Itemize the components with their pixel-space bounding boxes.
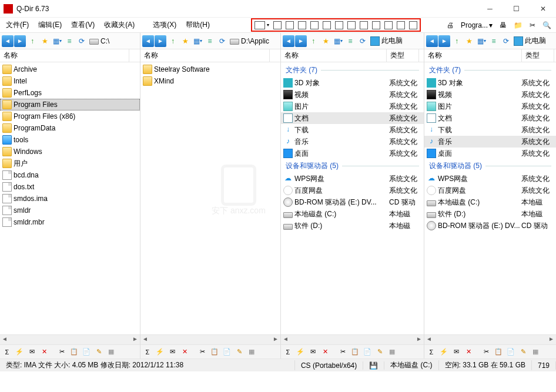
copy-icon[interactable]: 📋 [493, 347, 504, 357]
path-bar[interactable]: C:\ [89, 37, 138, 45]
path-bar[interactable]: D:\Applic [230, 37, 279, 45]
nav-back-icon[interactable]: ◄ [283, 35, 294, 47]
menu-file[interactable]: 文件(F) [1, 18, 34, 32]
section-header[interactable]: 设备和驱动器 (5) [281, 159, 424, 173]
menu-help[interactable]: 帮助(H) [181, 18, 215, 32]
section-header[interactable]: 文件夹 (7) [424, 63, 556, 77]
menu-edit[interactable]: 编辑(E) [34, 18, 66, 32]
nav-forward-icon[interactable]: ► [155, 35, 166, 47]
file-row[interactable]: 软件 (D:)本地磁 [281, 220, 424, 232]
file-row[interactable]: 百度网盘系统文化 [281, 185, 424, 196]
file-row[interactable]: 桌面系统文化 [424, 148, 556, 159]
layout-btn-13[interactable] [409, 21, 417, 29]
col-name[interactable]: 名称 [281, 49, 387, 62]
tree-icon[interactable]: ≡ [204, 35, 216, 47]
menu-favorites[interactable]: 收藏夹(A) [99, 18, 139, 32]
tree-icon[interactable]: ≡ [63, 35, 75, 47]
minimize-button[interactable]: ─ [477, 0, 503, 18]
sigma-icon[interactable]: Σ [142, 347, 153, 357]
delete-icon[interactable]: ✕ [320, 347, 330, 357]
sigma-icon[interactable]: Σ [2, 347, 12, 357]
file-row[interactable]: PerfLogs [0, 87, 140, 99]
copy-icon[interactable]: 📋 [69, 347, 79, 357]
filter-icon[interactable]: ⚡ [14, 347, 25, 357]
col-type[interactable]: 类型 [387, 49, 419, 62]
view-mode-icon[interactable]: ▦▾ [475, 35, 487, 47]
view-mode-icon[interactable]: ▦▾ [192, 35, 203, 47]
edit-icon[interactable]: ✎ [518, 347, 528, 357]
maximize-button[interactable]: ☐ [503, 0, 530, 18]
refresh-icon[interactable]: ⟳ [216, 35, 228, 47]
layout-btn-4[interactable] [298, 21, 306, 29]
edit-icon[interactable]: ✎ [374, 347, 385, 357]
cut-icon[interactable]: ✂ [337, 347, 348, 357]
paste-icon[interactable]: 📄 [222, 347, 232, 357]
layout-btn-9[interactable] [360, 21, 368, 29]
paste-icon[interactable]: 📄 [505, 347, 516, 357]
tree-icon[interactable]: ≡ [344, 35, 356, 47]
file-list[interactable]: 文件夹 (7) 3D 对象系统文化 视频系统文化 图片系统文化 文档系统文化 ↓… [424, 62, 556, 334]
cut-icon[interactable]: ✂ [481, 347, 491, 357]
path-bar[interactable]: 此电脑 [370, 36, 422, 46]
nav-back-icon[interactable]: ◄ [426, 35, 438, 47]
section-header[interactable]: 设备和驱动器 (5) [424, 159, 556, 173]
layout-btn-6[interactable] [323, 21, 331, 29]
file-row[interactable]: Program Files [0, 99, 140, 110]
file-row[interactable]: 3D 对象系统文化 [424, 77, 556, 89]
col-name[interactable]: 名称 [0, 49, 129, 62]
file-list[interactable]: Steelray Software XMind [140, 62, 280, 334]
select-icon[interactable]: ▦ [106, 347, 116, 357]
file-row[interactable]: Intel [0, 75, 140, 87]
file-row[interactable]: ↓ 下载系统文化 [424, 124, 556, 136]
layout-btn-7[interactable] [335, 21, 343, 29]
mail-icon[interactable]: ✉ [167, 347, 177, 357]
file-row[interactable]: ♪ 音乐系统文化 [281, 136, 424, 148]
col-name[interactable]: 名称 [424, 49, 522, 62]
file-row[interactable]: 视频系统文化 [281, 89, 424, 100]
file-row[interactable]: 桌面系统文化 [281, 148, 424, 159]
nav-back-icon[interactable]: ◄ [2, 35, 14, 47]
layout-btn-5[interactable] [310, 21, 319, 29]
col-type[interactable]: 类型 [522, 49, 554, 62]
filter-icon[interactable]: ⚡ [155, 347, 165, 357]
h-scrollbar[interactable] [424, 334, 556, 344]
edit-icon[interactable]: ✎ [234, 347, 244, 357]
view-mode-icon[interactable]: ▦▾ [51, 35, 63, 47]
filter-icon[interactable]: ⚡ [295, 347, 306, 357]
select-icon[interactable]: ▦ [387, 347, 397, 357]
file-row[interactable]: 文档系统文化 [424, 112, 556, 124]
refresh-icon[interactable]: ⟳ [500, 35, 512, 47]
layout-btn-8[interactable] [347, 21, 356, 29]
file-row[interactable]: Archive [0, 63, 140, 75]
nav-up-icon[interactable]: ↑ [307, 35, 319, 47]
file-row[interactable]: 图片系统文化 [424, 100, 556, 112]
copy-icon[interactable]: 📋 [209, 347, 220, 357]
file-row[interactable]: ↓ 下载系统文化 [281, 124, 424, 136]
tree-icon[interactable]: ≡ [488, 35, 500, 47]
menu-options[interactable]: 选项(X) [148, 18, 181, 32]
view-mode-icon[interactable]: ▦▾ [332, 35, 344, 47]
layout-btn-2[interactable] [273, 21, 282, 29]
delete-icon[interactable]: ✕ [39, 347, 49, 357]
file-row[interactable]: 百度网盘系统文化 [424, 185, 556, 196]
file-row[interactable]: smldr.mbr [0, 216, 140, 228]
file-row[interactable]: 用户 [0, 158, 140, 169]
h-scrollbar[interactable] [281, 334, 424, 344]
file-row[interactable]: 本地磁盘 (C:)本地磁 [424, 196, 556, 208]
favorites-icon[interactable]: ★ [463, 35, 475, 47]
file-row[interactable]: 图片系统文化 [281, 100, 424, 112]
file-row[interactable]: ☁ WPS网盘系统文化 [424, 173, 556, 185]
file-row[interactable]: 视频系统文化 [424, 89, 556, 100]
file-row[interactable]: smldr [0, 205, 140, 216]
copy-icon[interactable]: 📋 [350, 347, 360, 357]
file-row[interactable]: Steelray Software [140, 63, 280, 75]
cut-icon[interactable]: ✂ [56, 347, 67, 357]
file-row[interactable]: ♪ 音乐系统文化 [424, 136, 556, 148]
edit-icon[interactable]: ✎ [93, 347, 104, 357]
file-row[interactable]: 3D 对象系统文化 [281, 77, 424, 89]
file-row[interactable]: ☁ WPS网盘系统文化 [281, 173, 424, 185]
select-icon[interactable]: ▦ [530, 347, 541, 357]
select-icon[interactable]: ▦ [246, 347, 257, 357]
nav-up-icon[interactable]: ↑ [26, 35, 38, 47]
cut-icon[interactable]: ✂ [197, 347, 207, 357]
